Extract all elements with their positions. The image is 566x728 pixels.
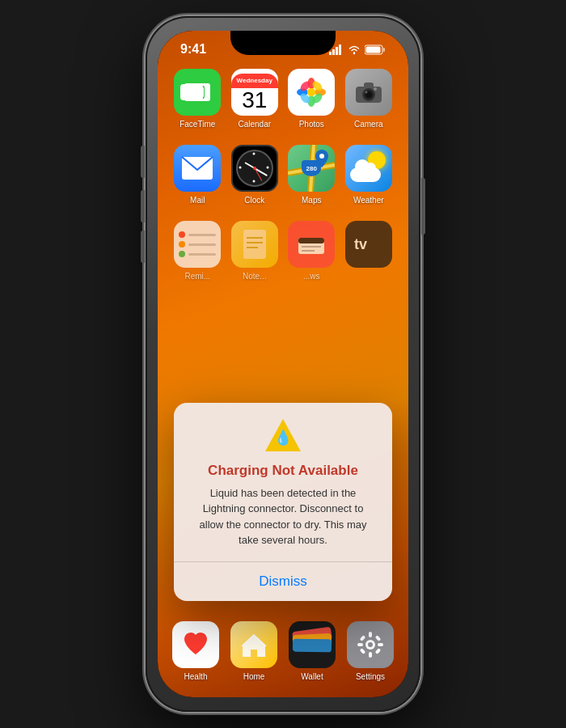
dialog-actions: Dismiss — [174, 562, 392, 601]
dialog-icon: 💧 — [265, 419, 301, 455]
phone-frame: 9:41 — [146, 16, 420, 712]
screen-content: 9:41 — [158, 31, 408, 697]
phone-screen: 9:41 — [158, 31, 408, 697]
dialog-message: Liquid has been detected in the Lightnin… — [190, 485, 376, 548]
dismiss-button[interactable]: Dismiss — [174, 562, 392, 601]
dialog-overlay: 💧 Charging Not Available Liquid has been… — [158, 31, 408, 697]
dialog-body: 💧 Charging Not Available Liquid has been… — [174, 403, 392, 561]
warning-drop-icon: 💧 — [274, 429, 292, 447]
dialog-title: Charging Not Available — [208, 463, 358, 479]
charging-dialog: 💧 Charging Not Available Liquid has been… — [174, 403, 392, 601]
